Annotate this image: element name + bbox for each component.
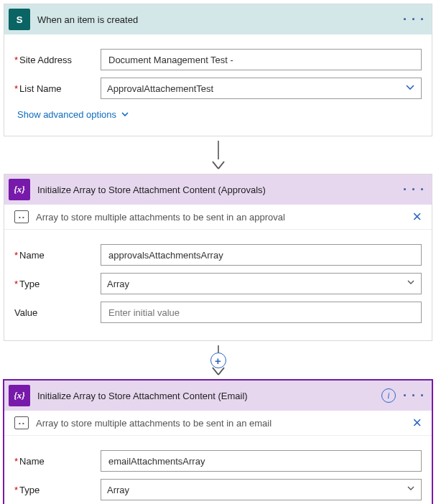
name-input[interactable] [101,450,422,472]
name-field[interactable] [107,249,415,261]
action-approvals-card: {x} Initialize Array to Store Attachment… [4,174,432,341]
trigger-body: Site Address List Name ApprovalAttacheme… [4,34,432,136]
sharepoint-glyph: S [17,14,23,25]
action-approvals-body: Name Type Array Value [4,230,432,340]
more-icon[interactable]: · · · [403,186,425,193]
trigger-title: When an item is created [37,14,403,25]
chevron-down-icon [407,279,415,289]
value-field[interactable] [107,307,415,319]
chevron-down-icon [407,485,415,495]
site-address-label: Site Address [14,55,101,65]
action-email-header[interactable]: {x} Initialize Array to Store Attachment… [4,381,432,411]
name-label: Name [14,250,101,261]
action-approvals-title: Initialize Array to Store Attachment Con… [37,185,403,195]
value-input[interactable] [101,302,422,323]
name-field[interactable] [107,455,415,467]
name-input[interactable] [101,244,422,266]
close-icon[interactable]: × [412,210,422,223]
arrow-down-icon [211,159,226,169]
show-advanced-label: Show advanced options [17,109,116,120]
action-approvals-header[interactable]: {x} Initialize Array to Store Attachment… [4,174,432,205]
comment-icon: • • [14,416,29,429]
action-email-body: Name Type Array Value [4,436,432,504]
add-step-button[interactable]: + [210,353,226,368]
action-email-comment: Array to store multiple attachments to b… [36,418,412,429]
more-icon[interactable]: · · · [403,16,425,23]
type-label: Type [14,485,101,495]
type-value: Array [107,279,129,289]
sharepoint-icon: S [9,9,30,30]
type-select[interactable]: Array [101,479,422,500]
name-label: Name [14,456,101,467]
action-email-comment-row: • • Array to store multiple attachments … [4,411,432,436]
action-approvals-comment-row: • • Array to store multiple attachments … [4,205,432,230]
action-email-card: {x} Initialize Array to Store Attachment… [4,380,432,504]
type-value: Array [107,485,129,495]
site-address-field[interactable] [107,54,415,66]
info-icon[interactable]: i [381,388,396,403]
variable-glyph: {x} [14,184,25,195]
list-name-label: List Name [14,83,101,94]
more-icon[interactable]: · · · [403,392,425,399]
trigger-header[interactable]: S When an item is created · · · [4,4,432,34]
trigger-card: S When an item is created · · · Site Add… [4,4,432,136]
type-select[interactable]: Array [101,273,422,294]
flow-arrow-with-add: + [4,341,432,380]
site-address-input[interactable] [101,49,422,70]
chevron-down-icon [121,111,129,119]
chevron-down-icon [405,83,415,95]
action-email-title: Initialize Array to Store Attachment Con… [37,391,381,401]
comment-icon: • • [14,210,29,223]
list-name-select[interactable]: ApprovalAttachementTest [101,78,422,99]
close-icon[interactable]: × [412,416,422,429]
flow-arrow [4,136,432,174]
variable-icon: {x} [9,385,30,406]
variable-glyph: {x} [14,390,25,401]
show-advanced-link[interactable]: Show advanced options [14,106,129,126]
variable-icon: {x} [9,179,30,200]
action-approvals-comment: Array to store multiple attachments to b… [36,212,412,223]
list-name-value: ApprovalAttachementTest [107,83,213,94]
value-label: Value [14,307,101,318]
type-label: Type [14,279,101,289]
